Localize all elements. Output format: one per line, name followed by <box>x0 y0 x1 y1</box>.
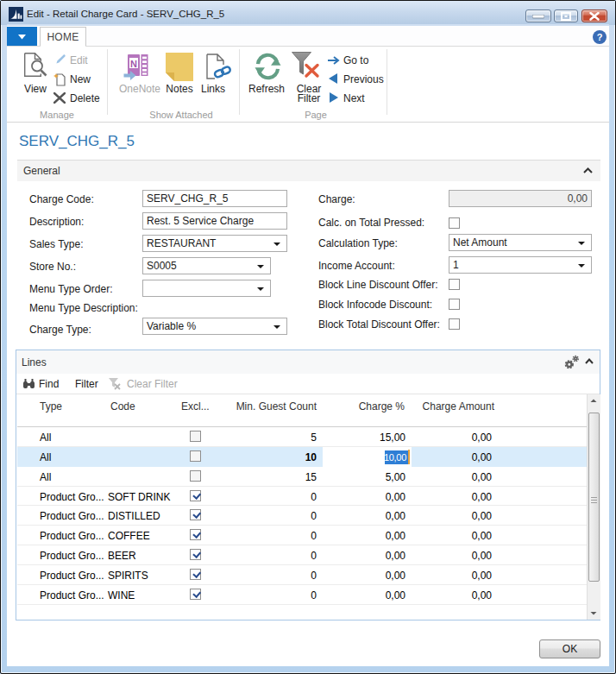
svg-text:N: N <box>130 59 137 69</box>
svg-text:?: ? <box>597 32 603 42</box>
